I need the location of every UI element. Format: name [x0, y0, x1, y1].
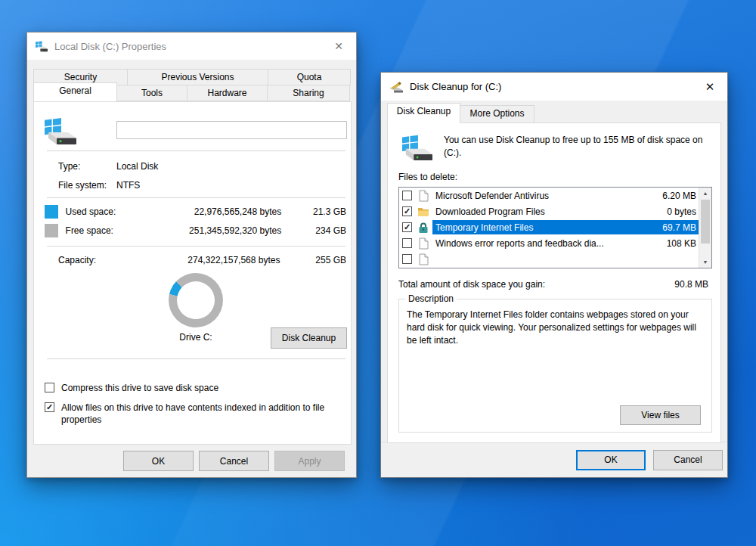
tab-hardware[interactable]: Hardware: [187, 85, 268, 101]
description-groupbox: Description The Temporary Internet Files…: [398, 299, 712, 433]
list-scrollbar[interactable]: ▲ ▼: [699, 188, 711, 268]
type-label: Type:: [58, 161, 116, 172]
scroll-thumb[interactable]: [701, 200, 710, 244]
capacity-bytes: 274,322,157,568 bytes: [119, 255, 280, 265]
tab-general[interactable]: General: [33, 82, 117, 102]
tab-previous-versions[interactable]: Previous Versions: [127, 69, 268, 85]
general-tab-page: Type: Local Disk File system: NTFS Used …: [33, 101, 352, 445]
item-checkbox[interactable]: [402, 191, 412, 200]
properties-close-icon[interactable]: ✕: [326, 35, 352, 57]
index-checkbox-label: Allow files on this drive to have conten…: [61, 402, 345, 426]
tab-quota[interactable]: Quota: [268, 69, 351, 85]
tab-disk-cleanup[interactable]: Disk Cleanup: [387, 103, 460, 123]
used-space-bytes: 22,976,565,248 bytes: [130, 206, 281, 217]
used-space-size: 21.3 GB: [281, 206, 346, 217]
free-space-bytes: 251,345,592,320 bytes: [130, 225, 281, 236]
cleanup-tabrow: Disk Cleanup More Options: [387, 103, 534, 123]
free-space-swatch: [45, 224, 58, 237]
drive-icon: [35, 40, 48, 52]
used-space-swatch: [45, 205, 58, 219]
total-gain-label: Total amount of disk space you gain:: [398, 279, 674, 290]
list-item-selected[interactable]: ✓ Temporary Internet Files69.7 MB: [399, 219, 699, 235]
item-checkbox[interactable]: [402, 238, 412, 248]
properties-titlebar[interactable]: Local Disk (C:) Properties ✕: [27, 33, 356, 60]
properties-tabrow-bottom: General Tools Hardware Sharing: [33, 85, 349, 102]
cleanup-close-icon[interactable]: ✕: [697, 76, 723, 98]
drive-icon-medium: [401, 132, 434, 162]
item-name: Windows error reports and feedback dia..…: [435, 238, 667, 249]
list-item[interactable]: Windows error reports and feedback dia..…: [399, 235, 699, 251]
list-item-partial[interactable]: [399, 267, 699, 268]
divider: [47, 358, 345, 359]
item-name: Microsoft Defender Antivirus: [435, 191, 662, 201]
free-space-label: Free space:: [66, 225, 131, 236]
ok-button[interactable]: OK: [576, 450, 646, 470]
used-space-row: Used space: 22,976,565,248 bytes 21.3 GB: [45, 205, 346, 219]
used-space-label: Used space:: [66, 206, 131, 217]
item-size: 6.20 MB: [662, 191, 696, 201]
index-checkbox-row[interactable]: ✓ Allow files on this drive to have cont…: [45, 402, 345, 426]
drive-icon-large: [43, 114, 78, 146]
cancel-button[interactable]: Cancel: [653, 450, 723, 470]
file-icon: [417, 253, 429, 265]
tab-tools[interactable]: Tools: [116, 85, 187, 101]
index-checkbox[interactable]: ✓: [45, 402, 54, 412]
description-legend: Description: [405, 293, 457, 304]
list-item[interactable]: Microsoft Defender Antivirus6.20 MB: [399, 188, 699, 203]
properties-dialog: Local Disk (C:) Properties ✕ Security Pr…: [26, 32, 357, 478]
disk-cleanup-button[interactable]: Disk Cleanup: [271, 327, 347, 349]
total-gain-row: Total amount of disk space you gain: 90.…: [398, 279, 708, 290]
files-to-delete-label: Files to delete:: [398, 172, 457, 182]
total-gain-value: 90.8 MB: [674, 279, 708, 290]
capacity-label: Capacity:: [58, 255, 119, 265]
cleanup-title: Disk Cleanup for (C:): [410, 81, 501, 92]
cleanup-footer: OK Cancel: [381, 442, 727, 477]
item-name: Downloaded Program Files: [435, 206, 667, 217]
item-name: Temporary Internet Files: [435, 222, 662, 233]
divider: [47, 150, 345, 151]
list-item[interactable]: [399, 251, 699, 267]
item-checkbox[interactable]: [402, 254, 412, 264]
file-icon: [417, 190, 429, 202]
scroll-down-icon[interactable]: ▼: [699, 256, 711, 268]
type-value: Local Disk: [116, 161, 158, 172]
cancel-button[interactable]: Cancel: [199, 451, 269, 471]
list-item[interactable]: ✓ Downloaded Program Files0 bytes: [399, 203, 699, 219]
volume-label-input[interactable]: [116, 121, 347, 139]
files-to-delete-list: Microsoft Defender Antivirus6.20 MB ✓ Do…: [398, 187, 712, 268]
compress-checkbox[interactable]: [45, 383, 54, 392]
item-size: 108 KB: [667, 238, 696, 249]
filesystem-label: File system:: [58, 180, 116, 191]
folder-icon: [417, 206, 429, 218]
description-text: The Temporary Internet Files folder cont…: [407, 309, 705, 346]
properties-footer: OK Cancel Apply: [123, 451, 345, 471]
item-size: 69.7 MB: [662, 222, 696, 233]
disk-cleanup-tab-page: You can use Disk Cleanup to free up to 1…: [387, 123, 721, 443]
free-space-size: 234 GB: [281, 225, 346, 236]
scroll-up-icon[interactable]: ▲: [699, 188, 711, 199]
ok-button[interactable]: OK: [123, 451, 194, 471]
filesystem-row: File system: NTFS: [58, 180, 140, 191]
item-size: 0 bytes: [667, 206, 696, 217]
view-files-button[interactable]: View files: [620, 405, 701, 425]
divider: [47, 197, 345, 198]
tab-more-options[interactable]: More Options: [460, 105, 534, 123]
cleanup-intro-text: You can use Disk Cleanup to free up to 1…: [444, 134, 707, 160]
cleanup-titlebar[interactable]: Disk Cleanup for (C:) ✕: [381, 73, 727, 101]
type-row: Type: Local Disk: [58, 161, 158, 172]
disk-cleanup-icon: [389, 80, 404, 93]
item-checkbox[interactable]: ✓: [402, 222, 412, 232]
desktop-wallpaper: Local Disk (C:) Properties ✕ Security Pr…: [0, 0, 756, 546]
apply-button[interactable]: Apply: [274, 451, 345, 471]
divider: [47, 246, 345, 247]
tab-sharing[interactable]: Sharing: [267, 85, 350, 101]
lock-icon: [417, 222, 429, 234]
compress-checkbox-row[interactable]: Compress this drive to save disk space: [45, 382, 218, 394]
free-space-row: Free space: 251,345,592,320 bytes 234 GB: [45, 224, 346, 237]
properties-title: Local Disk (C:) Properties: [54, 41, 166, 52]
disk-cleanup-dialog: Disk Cleanup for (C:) ✕ Disk Cleanup Mor…: [380, 72, 728, 478]
item-checkbox[interactable]: ✓: [402, 206, 412, 216]
capacity-size: 255 GB: [280, 255, 346, 265]
drive-letter-label: Drive C:: [158, 332, 234, 343]
capacity-donut: [169, 273, 223, 327]
